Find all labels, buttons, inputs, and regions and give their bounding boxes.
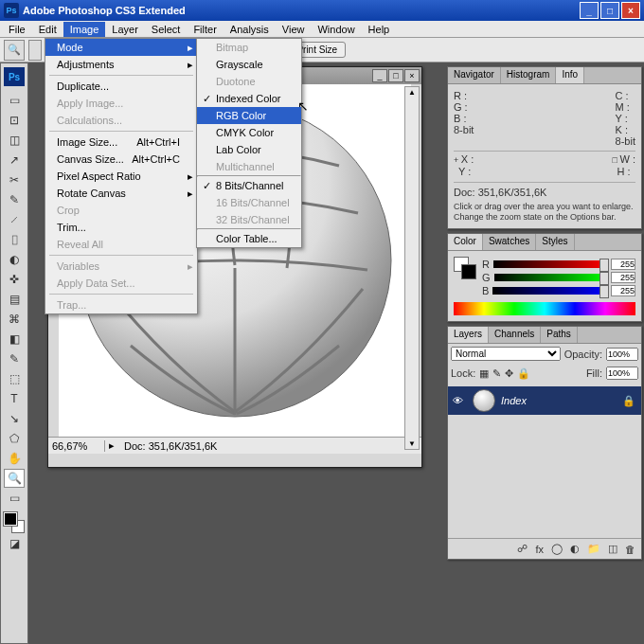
lock-position-icon[interactable]: ✥ [505,367,513,380]
menu-image[interactable]: Image [63,22,106,37]
tab-styles[interactable]: Styles [536,234,574,250]
menu-file[interactable]: File [2,22,32,37]
submenu-item-lab-color[interactable]: Lab Color [197,141,301,158]
menu-view[interactable]: View [276,22,312,37]
doc-restore-button[interactable]: □ [388,69,403,82]
submenu-item-duotone: Duotone [197,73,301,90]
tool-15[interactable]: T [4,389,25,408]
tab-paths[interactable]: Paths [541,327,578,343]
lock-all-icon[interactable]: 🔒 [517,367,530,380]
menu-item-canvas-size-[interactable]: Canvas Size...Alt+Ctrl+C [45,151,197,168]
tool-4[interactable]: ✂ [4,170,25,189]
tab-histogram[interactable]: Histogram [501,67,557,83]
doc-close-button[interactable]: × [404,69,420,82]
close-button[interactable]: × [621,2,640,19]
menu-help[interactable]: Help [362,22,397,37]
minimize-button[interactable]: _ [580,2,599,19]
menu-item-rotate-canvas[interactable]: Rotate Canvas [45,185,197,202]
tool-13[interactable]: ✎ [4,349,25,368]
link-layers-icon[interactable]: ☍ [517,543,528,555]
layer-mask-icon[interactable]: ◯ [551,543,563,555]
tool-6[interactable]: ⟋ [4,210,25,229]
menu-select[interactable]: Select [145,22,188,37]
tool-0[interactable]: ▭ [4,91,25,110]
menu-edit[interactable]: Edit [32,22,63,37]
tool-14[interactable]: ⬚ [4,369,25,388]
tab-info[interactable]: Info [556,67,584,83]
layers-panel: Layers Channels Paths Normal Opacity: Lo… [447,326,642,560]
color-swatch[interactable] [454,257,476,279]
opacity-input[interactable] [606,348,638,361]
slider-b[interactable] [492,287,607,295]
menu-filter[interactable]: Filter [187,22,223,37]
menu-item-mode[interactable]: Mode [45,39,197,56]
maximize-button[interactable]: □ [600,2,619,19]
input-b[interactable] [611,285,635,296]
submenu-item-cmyk-color[interactable]: CMYK Color [197,124,301,141]
tool-8[interactable]: ◐ [4,250,25,269]
fg-bg-swatch[interactable] [4,512,25,533]
adjustment-layer-icon[interactable]: ◐ [570,543,580,555]
mode-submenu: BitmapGrayscaleDuotoneIndexed ColorRGB C… [196,38,302,248]
blend-mode-select[interactable]: Normal [451,347,561,361]
submenu-item-grayscale[interactable]: Grayscale [197,56,301,73]
menu-item-duplicate-[interactable]: Duplicate... [45,78,197,95]
tool-10[interactable]: ▤ [4,290,25,309]
layer-style-icon[interactable]: fx [535,544,544,555]
group-icon[interactable]: 📁 [587,543,600,555]
tool-20[interactable]: ▭ [4,489,25,508]
tool-18[interactable]: ✋ [4,449,25,468]
input-r[interactable] [611,259,635,270]
submenu-item-color-table-[interactable]: Color Table... [197,230,301,247]
menu-window[interactable]: Window [311,22,361,37]
lock-indicator-icon: 🔒 [622,395,635,407]
new-layer-icon[interactable]: ◫ [608,543,617,555]
lock-transparency-icon[interactable]: ▦ [479,367,489,380]
tool-dropdown-icon[interactable] [28,40,42,61]
menu-item-image-size-[interactable]: Image Size...Alt+Ctrl+I [45,134,197,151]
slider-r[interactable] [493,260,607,268]
tab-swatches[interactable]: Swatches [483,234,536,250]
doc-minimize-button[interactable]: _ [372,69,387,82]
tool-preset-icon[interactable]: 🔍 [4,40,25,61]
tab-color[interactable]: Color [448,234,483,250]
submenu-item-indexed-color[interactable]: Indexed Color [197,90,301,107]
tool-19[interactable]: 🔍 [4,469,25,488]
tab-layers[interactable]: Layers [448,327,489,343]
window-controls: _ □ × [580,2,640,19]
tool-7[interactable]: ⌷ [4,230,25,249]
submenu-item--bits-channel[interactable]: 8 Bits/Channel [197,177,301,194]
tool-12[interactable]: ◧ [4,330,25,349]
tool-3[interactable]: ↗ [4,151,25,170]
lock-pixels-icon[interactable]: ✎ [492,367,501,380]
tab-channels[interactable]: Channels [489,327,541,343]
zoom-field[interactable]: 66,67% [48,440,105,452]
vertical-scrollbar[interactable]: ▲▼ [404,86,420,450]
info-doc: Doc: 351,6K/351,6K [454,187,635,198]
visibility-icon[interactable]: 👁 [448,395,467,406]
submenu-item-bitmap: Bitmap [197,39,301,56]
tool-9[interactable]: ✜ [4,270,25,289]
submenu-item-rgb-color[interactable]: RGB Color [197,107,301,124]
tool-2[interactable]: ◫ [4,131,25,150]
menu-analysis[interactable]: Analysis [224,22,276,37]
tool-17[interactable]: ⬠ [4,429,25,448]
tool-5[interactable]: ✎ [4,190,25,209]
fill-input[interactable] [606,367,638,380]
spectrum-bar[interactable] [454,302,635,315]
slider-g[interactable] [494,274,607,281]
tool-1[interactable]: ⊡ [4,111,25,130]
quick-mask-icon[interactable]: ◪ [4,534,25,553]
tool-11[interactable]: ⌘ [4,310,25,329]
menu-item-pixel-aspect-ratio[interactable]: Pixel Aspect Ratio [45,168,197,185]
menu-item-trim-[interactable]: Trim... [45,219,197,236]
menu-layer[interactable]: Layer [105,22,145,37]
layer-thumb [473,389,495,412]
tab-navigator[interactable]: Navigator [448,67,501,83]
layer-row[interactable]: 👁 Index 🔒 [448,386,641,415]
info-cmyk: C :M :Y :K :8-bit [616,90,635,147]
tool-16[interactable]: ↘ [4,409,25,428]
delete-layer-icon[interactable]: 🗑 [625,544,635,555]
input-g[interactable] [611,272,635,283]
menu-item-adjustments[interactable]: Adjustments [45,56,197,73]
